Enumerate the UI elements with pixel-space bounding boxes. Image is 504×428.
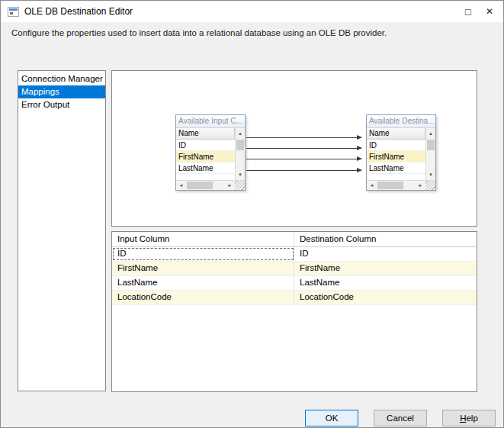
destination-row-lastname[interactable]: LastName [367, 163, 425, 174]
scroll-down-icon[interactable]: ▼ [426, 169, 435, 180]
destination-columns-list: Name ID FirstName LastName [367, 128, 425, 180]
cancel-button-label: Cancel [387, 414, 414, 423]
resize-grip-icon[interactable] [425, 181, 435, 190]
destination-cell-locationcode[interactable]: LocationCode [294, 291, 477, 304]
destination-hscroll-thumb[interactable] [377, 182, 403, 189]
destination-hscroll-track[interactable] [377, 181, 416, 190]
mapping-connector-line[interactable] [246, 159, 361, 159]
help-button-label: Help [460, 414, 478, 423]
mapping-connector-line[interactable] [246, 137, 361, 138]
dialog-description: Configure the properties used to insert … [11, 28, 488, 37]
input-column-header: Input Column [112, 232, 294, 246]
sidebar-item-error-output[interactable]: Error Output [18, 98, 105, 111]
mapping-connector-line[interactable] [246, 148, 361, 149]
destination-cell-id[interactable]: ID [294, 247, 477, 261]
input-hscroll-track[interactable] [186, 181, 225, 190]
app-icon [8, 7, 19, 17]
input-row-firstname[interactable]: FirstName [176, 151, 235, 163]
available-input-columns-box: Available Input C... Name ID FirstName L… [175, 114, 246, 191]
input-cell-locationcode[interactable]: LocationCode [112, 291, 294, 304]
destination-horizontal-scrollbar: ◄ ► [367, 180, 435, 190]
available-destination-columns-grid: Name ID FirstName LastName ▲ ▼ [367, 128, 435, 180]
table-row: ID ID [112, 247, 477, 262]
destination-column-header: Destination Column [294, 232, 477, 246]
destination-cell-firstname[interactable]: FirstName [294, 262, 477, 275]
scroll-up-icon[interactable]: ▲ [236, 128, 245, 139]
input-row-id[interactable]: ID [176, 140, 235, 151]
table-row: LocationCode LocationCode [112, 291, 477, 305]
available-destination-columns-box: Available Destina... Name ID FirstName L… [366, 114, 436, 191]
input-vertical-scrollbar: ▲ ▼ [235, 128, 245, 180]
input-cell-firstname[interactable]: FirstName [112, 262, 294, 275]
scroll-left-icon[interactable]: ◄ [367, 181, 377, 190]
destination-name-column-header[interactable]: Name [367, 128, 425, 140]
sidebar-item-mappings[interactable]: Mappings [18, 85, 105, 98]
window-title: OLE DB Destination Editor [24, 6, 133, 17]
scroll-left-icon[interactable]: ◄ [176, 181, 186, 190]
destination-cell-lastname[interactable]: LastName [294, 276, 477, 290]
destination-row-id[interactable]: ID [367, 140, 425, 151]
input-cell-lastname[interactable]: LastName [112, 276, 294, 290]
available-input-columns-title[interactable]: Available Input C... [176, 115, 245, 128]
scroll-down-icon[interactable]: ▼ [236, 169, 245, 180]
mapping-canvas: Available Input C... Name ID FirstName L… [111, 70, 477, 227]
scroll-up-icon[interactable]: ▲ [426, 128, 435, 139]
ole-db-destination-editor-dialog: OLE DB Destination Editor □ ✕ Configure … [0, 0, 504, 428]
cancel-button[interactable]: Cancel [374, 410, 427, 426]
destination-vertical-scrollbar: ▲ ▼ [425, 128, 435, 180]
input-name-column-header[interactable]: Name [176, 128, 235, 140]
input-horizontal-scrollbar: ◄ ► [176, 180, 245, 190]
input-row-lastname[interactable]: LastName [176, 163, 235, 174]
available-input-columns-grid: Name ID FirstName LastName ▲ ▼ [176, 128, 245, 180]
help-button[interactable]: Help [442, 410, 496, 426]
resize-grip-icon[interactable] [235, 181, 245, 190]
sidebar-item-connection-manager[interactable]: Connection Manager [18, 72, 105, 85]
table-row: LastName LastName [112, 276, 477, 291]
scroll-right-icon[interactable]: ► [225, 181, 235, 190]
ok-button-label: OK [326, 414, 339, 423]
available-destination-columns-title[interactable]: Available Destina... [367, 115, 435, 128]
page-list: Connection Manager Mappings Error Output [18, 70, 106, 391]
destination-vscroll-thumb[interactable] [427, 140, 435, 150]
input-vscroll-thumb[interactable] [236, 140, 244, 150]
maximize-button[interactable]: □ [457, 1, 480, 22]
scroll-right-icon[interactable]: ► [416, 181, 425, 190]
input-cell-id[interactable]: ID [112, 247, 294, 261]
mapping-table-header: Input Column Destination Column [112, 232, 477, 247]
destination-vscroll-track[interactable] [426, 139, 435, 169]
column-mapping-table: Input Column Destination Column ID ID Fi… [111, 231, 477, 392]
input-vscroll-track[interactable] [236, 139, 245, 169]
input-columns-list: Name ID FirstName LastName [176, 128, 235, 180]
title-bar: OLE DB Destination Editor □ ✕ [1, 1, 503, 22]
close-button[interactable]: ✕ [478, 1, 501, 22]
mapping-connector-line[interactable] [246, 170, 361, 171]
ok-button[interactable]: OK [305, 410, 358, 426]
table-row: FirstName FirstName [112, 262, 477, 276]
input-hscroll-thumb[interactable] [187, 182, 213, 189]
destination-row-firstname[interactable]: FirstName [367, 151, 425, 163]
